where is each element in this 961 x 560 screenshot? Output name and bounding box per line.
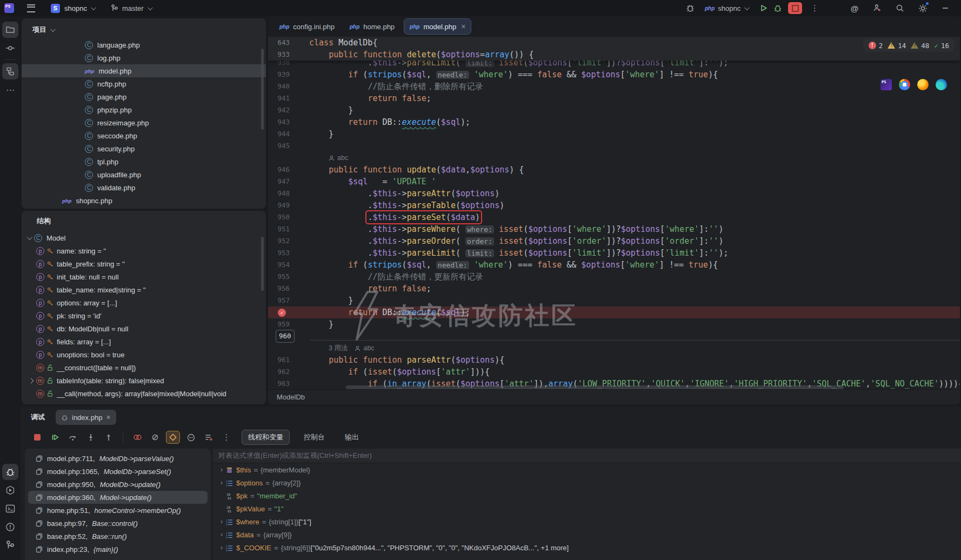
code-editor[interactable]: 643class ModelDb{933 public function del… [268,37,960,390]
editor-tab-model-php[interactable]: phpmodel.php× [404,18,471,35]
stack-frame-row[interactable]: base.php:97, Base::control() [28,517,208,530]
gutter[interactable]: 938 [268,61,309,69]
structure-member-row[interactable]: pinit_table: null = null [22,270,266,283]
stripe-more-button[interactable]: ⋯ [2,82,18,98]
usage-count[interactable]: 3 用法 [329,342,348,354]
tree-file-row[interactable]: Clanguage.php [22,38,266,51]
more-button[interactable]: ⋮ [219,431,233,444]
tree-file-row[interactable]: Cncftp.php [22,77,266,90]
vcs-branch-widget[interactable]: master [111,4,151,12]
code-line[interactable]: 938 .$this->parseLimit( limit: isset($op… [268,61,960,69]
author-name[interactable]: abc [337,152,348,164]
stack-frame-row[interactable]: home.php:51, homeControl->memberOp() [28,504,208,517]
editor-tab-config-ini-php[interactable]: phpconfig.ini.php [273,18,341,35]
gutter[interactable]: 959 [268,318,309,330]
code-line[interactable]: 949 .$this->parseTable($options) [268,199,960,211]
code-line[interactable]: 643class ModelDb{ [268,37,960,49]
inspections-widget[interactable]: !2 14 48 ✓16 [863,39,955,52]
tree-file-row[interactable]: phpshopnc.php [22,194,266,207]
code-line[interactable]: 963 if (in_array(isset($options['attr'])… [268,378,960,390]
add-user-icon[interactable] [870,2,884,15]
structure-member-row[interactable]: pname: string = '' [22,244,266,257]
structure-member-row[interactable]: m__call(method, args): array|false|mixed… [22,387,266,400]
view-tab-输出[interactable]: 输出 [339,430,365,444]
debug-button[interactable] [771,2,785,15]
gutter[interactable]: 963 [268,378,309,390]
gutter[interactable] [268,342,309,354]
minimize-icon[interactable] [938,2,952,15]
stripe-problems-button[interactable] [2,519,18,535]
gutter[interactable]: 953 [268,247,309,259]
code-line[interactable]: 957 } [268,295,960,306]
variable-row[interactable]: ›123$_COOKIE={string[6]} ["0u2m5p7sn80h9… [213,541,961,554]
structure-member-row[interactable]: punoptions: bool = true [22,348,266,361]
code-line[interactable]: 943 return DB::execute($sql); [268,116,960,128]
view-breakpoints-button[interactable] [130,431,144,444]
tree-file-row[interactable]: phpmodel.php [22,64,266,77]
project-widget[interactable]: S shopnc [51,4,95,13]
structure-member-row[interactable]: ptable_prefix: string = '' [22,257,266,270]
author-name[interactable]: abc [363,342,374,354]
tree-file-row[interactable]: Cseccode.php [22,129,266,142]
view-tab-线程和变量[interactable]: 线程和变量 [242,430,290,445]
run-configuration-selector[interactable]: php shopnc [705,4,748,12]
gutter[interactable]: 947 [268,176,309,188]
code-line[interactable]: 960 [268,330,960,342]
tree-file-row[interactable]: Cresizeimage.php [22,116,266,129]
edge-browser-icon[interactable] [936,79,947,90]
firefox-browser-icon[interactable] [917,79,929,90]
gutter[interactable]: 951 [268,223,309,235]
variable-row[interactable]: ›123$data={array[9]} [213,528,961,541]
gutter[interactable]: 933 [268,49,309,61]
structure-member-row[interactable]: pfields: array = [...] [22,335,266,348]
code-line[interactable]: 959 } [268,318,960,330]
step-out-button[interactable] [102,431,116,444]
tree-file-row[interactable]: Cvalidate.php [22,181,266,194]
structure-member-row[interactable]: ppk: string = 'id' [22,309,266,322]
code-line[interactable]: abc [268,152,960,164]
variable-row[interactable]: ›123$options={array[2]} [213,476,961,489]
code-line[interactable]: 951 .$this->parseWhere( where: isset($op… [268,223,960,235]
gutter[interactable]: 643 [268,37,309,49]
stripe-folder-button[interactable] [2,22,18,38]
structure-member-row[interactable]: m__construct([table = null]) [22,361,266,374]
gutter[interactable]: 943 [268,116,309,128]
resume-button[interactable] [48,431,62,444]
close-icon[interactable]: × [461,23,465,30]
code-line[interactable]: 961 public function parseAttr($options){ [268,354,960,366]
gutter[interactable]: ✓ [268,306,309,318]
gutter[interactable]: 940 [268,81,309,92]
gutter[interactable]: 948 [268,188,309,199]
gutter[interactable]: 961 [268,354,309,366]
code-line[interactable]: 952 .$this->parseOrder( order: isset($op… [268,235,960,247]
code-line[interactable]: 950 .$this->parseSet($data) [268,211,960,223]
run-to-cursor-button[interactable] [166,431,180,444]
step-into-button[interactable] [84,431,98,444]
stack-frame-row[interactable]: model.php:950, ModelDb->update() [28,478,208,491]
stack-frame-row[interactable]: base.php:52, Base::run() [28,530,208,543]
debugger-settings-button[interactable] [184,431,198,444]
code-line[interactable]: 948 .$this->parseAttr($options) [268,188,960,199]
stack-frame-row[interactable]: index.php:23, {main}() [28,543,208,556]
structure-member-row[interactable]: mtableInfo(table: string): false|mixed [22,374,266,387]
gutter[interactable]: 956 [268,283,309,295]
project-panel-header[interactable]: 项目 [22,18,266,35]
expand-chevron-icon[interactable]: › [217,518,226,525]
gutter[interactable]: 960 [268,330,309,342]
step-over-button[interactable] [66,431,80,444]
code-line[interactable]: 953 .$this->parseLimit( limit: isset($op… [268,247,960,259]
stack-frame-row[interactable]: model.php:711, ModelDb->parseValue() [28,452,208,465]
structure-member-row[interactable]: poptions: array = [...] [22,296,266,309]
code-line[interactable]: 944 } [268,128,960,140]
gutter[interactable]: 946 [268,164,309,176]
phpstorm-browser-icon[interactable]: PS [880,79,892,90]
gutter[interactable]: 942 [268,104,309,116]
code-line[interactable]: 941 return false; [268,92,960,104]
code-line[interactable]: 939 if (stripos($sql, needle: 'where') =… [268,69,960,81]
gutter[interactable]: 941 [268,92,309,104]
tree-file-row[interactable]: Ctpl.php [22,155,266,168]
code-line[interactable]: 947 $sql = 'UPDATE ' [268,176,960,188]
variable-row[interactable]: ›123$where={string[1]} ["1"] [213,515,961,528]
tree-file-row[interactable]: Csecurity.php [22,142,266,155]
expand-chevron-icon[interactable]: › [217,531,226,538]
